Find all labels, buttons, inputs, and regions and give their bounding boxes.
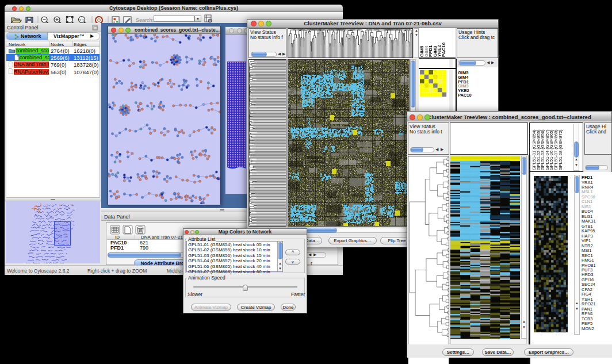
svg-text:1:1: 1:1 [79, 18, 85, 22]
svg-text:Search:: Search: [136, 17, 154, 23]
